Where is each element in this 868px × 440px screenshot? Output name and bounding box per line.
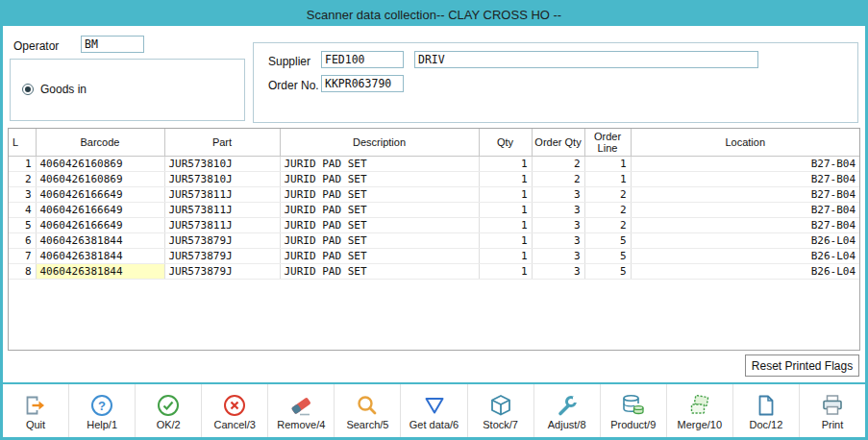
cell-barcode[interactable]: 4060426381844 bbox=[36, 248, 164, 263]
cell-order-qty[interactable]: 3 bbox=[532, 232, 584, 248]
cell-order-qty[interactable]: 3 bbox=[532, 263, 584, 279]
cell-order-line[interactable]: 1 bbox=[584, 171, 631, 186]
table-row[interactable]: 1 4060426160869 JUR573810J JURID PAD SET… bbox=[9, 156, 859, 171]
cell-order-qty[interactable]: 2 bbox=[532, 156, 584, 171]
cell-part[interactable]: JUR573879J bbox=[164, 263, 280, 279]
cell-description[interactable]: JURID PAD SET bbox=[280, 156, 479, 171]
cell-barcode[interactable]: 4060426381844 bbox=[36, 232, 164, 248]
cell-location[interactable]: B27-B04 bbox=[631, 156, 859, 171]
col-header-qty[interactable]: Qty bbox=[479, 129, 532, 156]
goods-in-option[interactable]: Goods in bbox=[22, 83, 87, 96]
cell-location[interactable]: B27-B04 bbox=[631, 202, 859, 217]
table-row[interactable]: 5 4060426166649 JUR573811J JURID PAD SET… bbox=[9, 217, 859, 232]
cell-part[interactable]: JUR573879J bbox=[164, 232, 280, 248]
table-row[interactable]: 6 4060426381844 JUR573879J JURID PAD SET… bbox=[9, 232, 859, 248]
help-button[interactable]: ? Help/1 bbox=[69, 384, 136, 437]
cell-line[interactable]: 6 bbox=[9, 232, 36, 248]
remove-button[interactable]: Remove/4 bbox=[268, 384, 335, 437]
goods-in-radio-icon[interactable] bbox=[22, 84, 34, 95]
cell-order-line[interactable]: 2 bbox=[584, 217, 631, 232]
cell-order-qty[interactable]: 3 bbox=[532, 217, 584, 232]
cell-order-qty[interactable]: 2 bbox=[532, 171, 584, 186]
cell-barcode[interactable]: 4060426160869 bbox=[36, 171, 164, 186]
stock-button[interactable]: Stock/7 bbox=[468, 384, 534, 437]
quit-button[interactable]: Quit bbox=[3, 384, 69, 437]
table-row[interactable]: 4 4060426166649 JUR573811J JURID PAD SET… bbox=[9, 202, 859, 217]
col-header-order-qty[interactable]: Order Qty bbox=[532, 129, 584, 156]
col-header-description[interactable]: Description bbox=[280, 129, 479, 156]
cell-order-line[interactable]: 2 bbox=[584, 202, 631, 217]
cell-part[interactable]: JUR573810J bbox=[164, 171, 280, 186]
cell-part[interactable]: JUR573879J bbox=[164, 248, 280, 263]
cell-location[interactable]: B26-L04 bbox=[631, 263, 859, 279]
table-row[interactable]: 3 4060426166649 JUR573811J JURID PAD SET… bbox=[9, 186, 859, 202]
cell-line[interactable]: 5 bbox=[9, 217, 36, 232]
doc-button[interactable]: Doc/12 bbox=[733, 384, 800, 437]
cell-line[interactable]: 2 bbox=[9, 171, 36, 186]
order-no-input[interactable] bbox=[321, 75, 404, 92]
cell-order-line[interactable]: 1 bbox=[584, 156, 631, 171]
table-row[interactable]: 8 4060426381844 JUR573879J JURID PAD SET… bbox=[9, 263, 859, 279]
adjust-button[interactable]: Adjust/8 bbox=[534, 384, 601, 437]
cell-qty[interactable]: 1 bbox=[479, 171, 532, 186]
cell-barcode[interactable]: 4060426160869 bbox=[36, 156, 164, 171]
cell-description[interactable]: JURID PAD SET bbox=[280, 217, 479, 232]
col-header-location[interactable]: Location bbox=[631, 129, 859, 156]
cell-line[interactable]: 8 bbox=[9, 263, 36, 279]
cell-qty[interactable]: 1 bbox=[479, 248, 532, 263]
col-header-order-line[interactable]: Order Line bbox=[584, 129, 631, 156]
cell-barcode[interactable]: 4060426166649 bbox=[36, 217, 164, 232]
cell-line[interactable]: 1 bbox=[9, 156, 36, 171]
cell-qty[interactable]: 1 bbox=[479, 263, 532, 279]
cell-qty[interactable]: 1 bbox=[479, 202, 532, 217]
col-header-part[interactable]: Part bbox=[164, 129, 280, 156]
merge-button[interactable]: Merge/10 bbox=[667, 384, 733, 437]
cell-part[interactable]: JUR573810J bbox=[164, 156, 280, 171]
titlebar[interactable]: Scanner data collection-- CLAY CROSS HO … bbox=[3, 3, 865, 26]
cell-description[interactable]: JURID PAD SET bbox=[280, 171, 479, 186]
cell-part[interactable]: JUR573811J bbox=[164, 217, 280, 232]
cell-order-qty[interactable]: 3 bbox=[532, 186, 584, 202]
cell-order-line[interactable]: 5 bbox=[584, 263, 631, 279]
table-row[interactable]: 2 4060426160869 JUR573810J JURID PAD SET… bbox=[9, 171, 859, 186]
cell-qty[interactable]: 1 bbox=[479, 156, 532, 171]
cell-part[interactable]: JUR573811J bbox=[164, 186, 280, 202]
cell-description[interactable]: JURID PAD SET bbox=[280, 202, 479, 217]
ok-button[interactable]: OK/2 bbox=[136, 384, 202, 437]
cell-location[interactable]: B27-B04 bbox=[631, 217, 859, 232]
cell-location[interactable]: B27-B04 bbox=[631, 171, 859, 186]
table-row[interactable]: 7 4060426381844 JUR573879J JURID PAD SET… bbox=[9, 248, 859, 263]
cell-description[interactable]: JURID PAD SET bbox=[280, 263, 479, 279]
search-button[interactable]: Search/5 bbox=[335, 384, 401, 437]
cell-description[interactable]: JURID PAD SET bbox=[280, 232, 479, 248]
cell-location[interactable]: B26-L04 bbox=[631, 232, 859, 248]
cell-barcode-selected[interactable]: 4060426381844 bbox=[36, 263, 164, 279]
cell-order-line[interactable]: 2 bbox=[584, 186, 631, 202]
cell-line[interactable]: 3 bbox=[9, 186, 36, 202]
supplier-name-input[interactable] bbox=[414, 51, 758, 68]
col-header-l[interactable]: L bbox=[9, 129, 36, 156]
reset-printed-flags-button[interactable]: Reset Printed Flags bbox=[745, 354, 859, 377]
cell-line[interactable]: 4 bbox=[9, 202, 36, 217]
cell-location[interactable]: B26-L04 bbox=[631, 248, 859, 263]
cell-qty[interactable]: 1 bbox=[479, 232, 532, 248]
print-button[interactable]: Print bbox=[800, 384, 865, 437]
cell-description[interactable]: JURID PAD SET bbox=[280, 186, 479, 202]
cell-description[interactable]: JURID PAD SET bbox=[280, 248, 479, 263]
col-header-barcode[interactable]: Barcode bbox=[36, 129, 164, 156]
cell-order-qty[interactable]: 3 bbox=[532, 202, 584, 217]
cell-barcode[interactable]: 4060426166649 bbox=[36, 202, 164, 217]
cell-order-qty[interactable]: 3 bbox=[532, 248, 584, 263]
cell-part[interactable]: JUR573811J bbox=[164, 202, 280, 217]
cell-order-line[interactable]: 5 bbox=[584, 248, 631, 263]
operator-input[interactable] bbox=[81, 36, 144, 53]
get-data-button[interactable]: Get data/6 bbox=[401, 384, 467, 437]
cell-location[interactable]: B27-B04 bbox=[631, 186, 859, 202]
cell-qty[interactable]: 1 bbox=[479, 217, 532, 232]
cell-order-line[interactable]: 5 bbox=[584, 232, 631, 248]
cancel-button[interactable]: Cancel/3 bbox=[202, 384, 268, 437]
cell-qty[interactable]: 1 bbox=[479, 186, 532, 202]
supplier-code-input[interactable] bbox=[321, 51, 404, 68]
product-button[interactable]: Product/9 bbox=[601, 384, 667, 437]
cell-line[interactable]: 7 bbox=[9, 248, 36, 263]
